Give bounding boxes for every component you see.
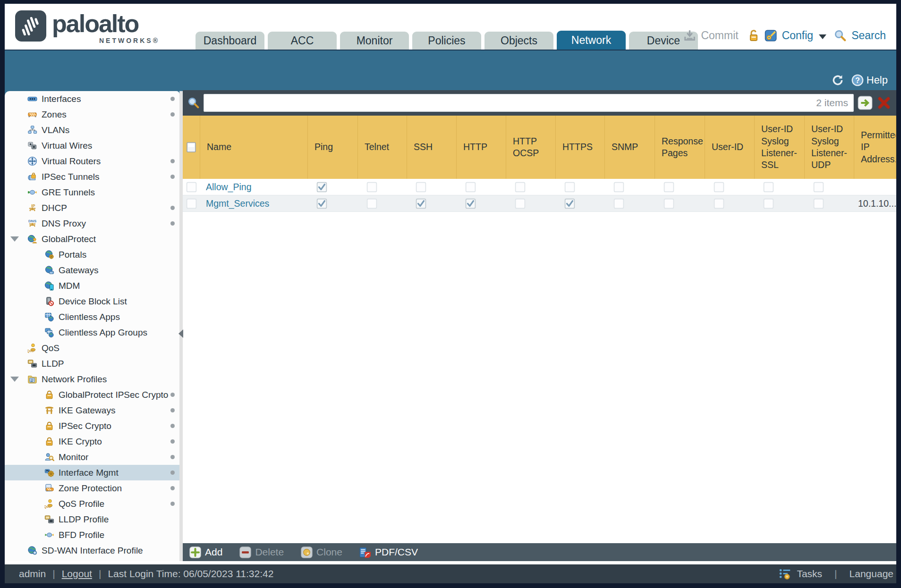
sidebar-item-virtual-wires[interactable]: Virtual Wires xyxy=(5,138,179,153)
unchecked-checkbox-icon[interactable] xyxy=(416,182,426,193)
sidebar-item-zone-protection[interactable]: Zone Protection xyxy=(5,480,179,496)
sidebar-item-clientless-apps[interactable]: Clientless Apps xyxy=(5,309,179,325)
sidebar-item-globalprotect-ipsec-crypto[interactable]: GlobalProtect IPSec Crypto xyxy=(5,387,179,403)
select-all-checkbox[interactable] xyxy=(186,142,196,153)
column-header-https[interactable]: HTTPS xyxy=(556,116,605,179)
unchecked-checkbox-icon[interactable] xyxy=(714,198,724,209)
column-header-ping[interactable]: Ping xyxy=(308,116,358,179)
add-button[interactable]: Add xyxy=(189,546,222,558)
unchecked-checkbox-icon[interactable] xyxy=(763,182,774,193)
sidebar-item-bfd-profile[interactable]: BFD Profile xyxy=(5,527,179,543)
clone-button[interactable]: Clone xyxy=(301,546,342,558)
column-header-userid[interactable]: User-ID xyxy=(705,116,755,179)
sidebar-item-mdm[interactable]: MDM xyxy=(5,278,179,294)
sidebar-item-gateways[interactable]: Gateways xyxy=(5,262,179,278)
unchecked-checkbox-icon[interactable] xyxy=(763,198,774,209)
sidebar-item-gre-tunnels[interactable]: GRE Tunnels xyxy=(5,185,179,200)
profile-name-link[interactable]: Allow_Ping xyxy=(200,182,251,193)
tasks-icon[interactable] xyxy=(779,568,791,580)
column-header-ssh[interactable]: SSH xyxy=(407,116,457,179)
expand-triangle-icon[interactable] xyxy=(10,377,19,382)
tab-acc[interactable]: ACC xyxy=(268,32,337,50)
unchecked-checkbox-icon[interactable] xyxy=(613,182,624,193)
pdf-csv-button[interactable]: PDF/CSV xyxy=(359,546,418,558)
global-search-button[interactable]: Search xyxy=(851,29,886,42)
sidebar-item-ipsec-crypto[interactable]: IPSec Crypto xyxy=(5,418,179,434)
sidebar-item-globalprotect[interactable]: GlobalProtect xyxy=(5,231,179,247)
checkbox-icon[interactable] xyxy=(186,198,197,209)
sidebar-item-lldp[interactable]: LLDP xyxy=(5,356,179,371)
checked-checkbox-icon[interactable] xyxy=(316,182,327,193)
column-header-http_ocsp[interactable]: HTTP OCSP xyxy=(506,116,556,179)
sidebar-item-sd-wan-interface-profile[interactable]: SD-WAN Interface Profile xyxy=(5,543,179,558)
unchecked-checkbox-icon[interactable] xyxy=(564,182,575,193)
sidebar-item-ike-gateways[interactable]: IKE Gateways xyxy=(5,403,179,418)
config-menu[interactable]: Config xyxy=(782,29,813,42)
unchecked-checkbox-icon[interactable] xyxy=(366,198,377,209)
sidebar-item-interface-mgmt[interactable]: Interface Mgmt xyxy=(5,465,179,480)
sidebar-item-interfaces[interactable]: Interfaces xyxy=(5,91,179,107)
sidebar-item-lldp-profile[interactable]: LLDP Profile xyxy=(5,512,179,527)
sidebar-item-virtual-routers[interactable]: Virtual Routers xyxy=(5,153,179,169)
unchecked-checkbox-icon[interactable] xyxy=(714,182,724,193)
help-link[interactable]: Help xyxy=(867,74,888,86)
expand-triangle-icon[interactable] xyxy=(10,236,19,242)
unlock-icon[interactable] xyxy=(747,29,760,42)
column-header-telnet[interactable]: Telnet xyxy=(358,116,407,179)
unchecked-checkbox-icon[interactable] xyxy=(813,182,824,193)
column-header-http[interactable]: HTTP xyxy=(457,116,506,179)
checkbox-icon[interactable] xyxy=(186,182,197,193)
sidebar-item-network-profiles[interactable]: Network Profiles xyxy=(5,371,179,387)
sidebar-item-dhcp[interactable]: IPDHCP xyxy=(5,200,179,216)
table-row[interactable]: Allow_Ping xyxy=(183,179,896,195)
column-header-snmp[interactable]: SNMP xyxy=(605,116,655,179)
config-icon[interactable] xyxy=(765,29,777,42)
checked-checkbox-icon[interactable] xyxy=(416,198,426,209)
unchecked-checkbox-icon[interactable] xyxy=(663,198,674,209)
unchecked-checkbox-icon[interactable] xyxy=(465,182,476,193)
sidebar-item-vlans[interactable]: VLANs xyxy=(5,122,179,138)
refresh-icon[interactable] xyxy=(832,74,844,86)
tab-policies[interactable]: Policies xyxy=(412,32,481,50)
column-header-name[interactable]: Name xyxy=(200,116,308,179)
search-icon[interactable] xyxy=(834,29,847,42)
checked-checkbox-icon[interactable] xyxy=(465,198,476,209)
apply-filter-button[interactable] xyxy=(858,96,873,110)
sidebar-item-dns-proxy[interactable]: DNSDNS Proxy xyxy=(5,216,179,231)
checked-checkbox-icon[interactable] xyxy=(316,198,327,209)
column-header-response_pages[interactable]: Response Pages xyxy=(655,116,705,179)
sidebar-item-device-block-list[interactable]: Device Block List xyxy=(5,294,179,309)
profile-name-link[interactable]: Mgmt_Services xyxy=(200,198,269,209)
sidebar-item-ipsec-tunnels[interactable]: IPSec Tunnels xyxy=(5,169,179,185)
column-header-uid_udp[interactable]: User-ID Syslog Listener-UDP xyxy=(805,116,854,179)
tab-network[interactable]: Network xyxy=(557,31,626,50)
sidebar-item-portals[interactable]: Portals xyxy=(5,247,179,262)
tab-monitor[interactable]: Monitor xyxy=(340,32,409,50)
delete-button[interactable]: Delete xyxy=(239,546,284,558)
sidebar-item-monitor[interactable]: Monitor xyxy=(5,449,179,465)
tab-dashboard[interactable]: Dashboard xyxy=(196,32,264,50)
unchecked-checkbox-icon[interactable] xyxy=(515,182,526,193)
row-checkbox[interactable] xyxy=(183,195,200,211)
unchecked-checkbox-icon[interactable] xyxy=(813,198,824,209)
collapse-sidebar-icon[interactable] xyxy=(178,329,183,338)
column-header-permitted[interactable]: Permitted IP Address... xyxy=(854,116,896,179)
unchecked-checkbox-icon[interactable] xyxy=(613,198,624,209)
row-checkbox[interactable] xyxy=(183,179,200,195)
sidebar-item-clientless-app-groups[interactable]: Clientless App Groups xyxy=(5,325,179,340)
clear-filter-button[interactable] xyxy=(876,96,892,110)
sidebar-item-ike-crypto[interactable]: IKE Crypto xyxy=(5,434,179,449)
language-button[interactable]: Language xyxy=(850,568,893,580)
sidebar-item-qos-profile[interactable]: QoSQoS Profile xyxy=(5,496,179,512)
table-row[interactable]: Mgmt_Services10.1.10... xyxy=(183,195,896,212)
unchecked-checkbox-icon[interactable] xyxy=(515,198,526,209)
tab-objects[interactable]: Objects xyxy=(484,32,553,50)
unchecked-checkbox-icon[interactable] xyxy=(366,182,377,193)
commit-icon[interactable] xyxy=(683,29,696,42)
help-icon[interactable]: ? xyxy=(851,74,864,86)
sidebar-item-zones[interactable]: Zones xyxy=(5,107,179,122)
column-header-select[interactable] xyxy=(183,116,200,179)
commit-button[interactable]: Commit xyxy=(701,29,738,42)
column-header-uid_ssl[interactable]: User-ID Syslog Listener-SSL xyxy=(755,116,805,179)
filter-input[interactable] xyxy=(204,94,854,112)
